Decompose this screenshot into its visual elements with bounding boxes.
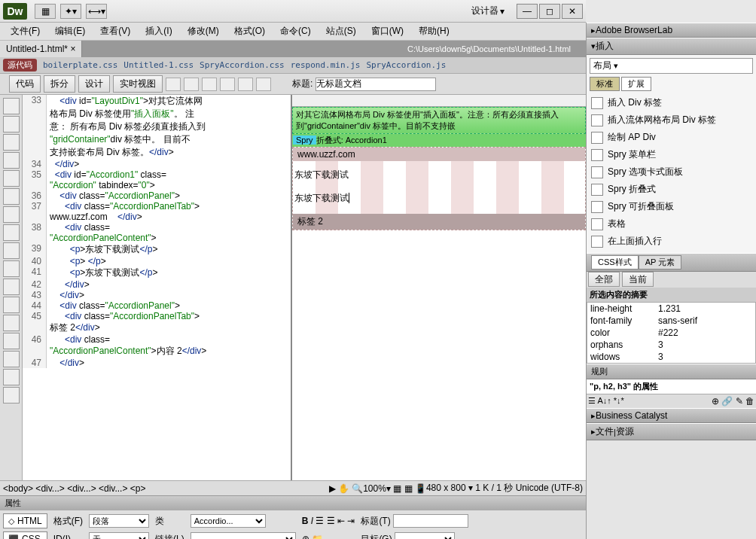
css-toolbar[interactable]: ☰ A↓↑ *↓* ⊕ 🔗 ✎ 🗑 (587, 394, 756, 408)
tab-active[interactable]: Untitled-1.html* × (0, 41, 82, 57)
css-property-row[interactable]: font-familysans-serif (587, 315, 755, 327)
insert-panel-header[interactable]: ▾ 插入 (587, 38, 756, 55)
related-file[interactable]: respond.min.js (291, 60, 361, 70)
tab-close-icon[interactable]: × (70, 44, 75, 54)
code-view-button[interactable]: 代码 (9, 75, 41, 93)
design-view[interactable]: 对其它流体网格布局 Div 标签使用"插入面板"。注意：所有必须直接插入到"gr… (292, 95, 586, 480)
expand-icon[interactable] (3, 134, 20, 151)
class-select[interactable]: Accordio... (191, 514, 266, 528)
insert-item[interactable]: 绘制 AP Div (590, 129, 753, 146)
files-panel-header[interactable]: ▸ 文件 | 资源 (587, 423, 756, 440)
move-icon[interactable] (3, 387, 20, 403)
designer-label[interactable]: 设计器 (471, 5, 498, 17)
recent-icon[interactable] (3, 369, 20, 385)
apply-icon[interactable] (3, 351, 20, 367)
format-icon[interactable] (3, 333, 20, 349)
business-catalyst-header[interactable]: ▸ Business Catalyst (587, 408, 756, 423)
design-view-button[interactable]: 设计 (78, 75, 110, 93)
browser-icon[interactable] (202, 78, 217, 91)
text-format-buttons[interactable]: B I ☰ ☰ ⇤ ⇥ (302, 516, 355, 526)
insert-category[interactable]: 布局 ▾ (590, 58, 753, 74)
sync-icon[interactable]: ⟷▾ (86, 4, 107, 19)
refresh-icon[interactable] (220, 78, 235, 91)
menu-site[interactable]: 站点(S) (322, 23, 361, 39)
menu-commands[interactable]: 命令(C) (276, 23, 316, 39)
comment-icon[interactable] (3, 315, 20, 331)
css-property-row[interactable]: orphans3 (587, 339, 755, 351)
ap-elements-tab[interactable]: AP 元素 (639, 255, 682, 270)
live-view-button[interactable]: 实时视图 (113, 75, 163, 93)
highlight-icon[interactable] (3, 206, 20, 223)
spry-badge[interactable]: Spry (293, 136, 316, 145)
html-mode-button[interactable]: ◇ HTML (3, 513, 47, 528)
zoom-level[interactable]: 100% (363, 483, 386, 494)
outdent-icon[interactable] (3, 297, 20, 313)
format-select[interactable]: 段落 (89, 514, 149, 528)
insert-item[interactable]: 表格 (590, 215, 753, 233)
options-icon[interactable] (238, 78, 253, 91)
id-select[interactable]: 无 (89, 532, 149, 539)
tag-selector[interactable]: <body> <div...> <div...> <div...> <p> (3, 483, 145, 494)
properties-header[interactable]: 属性 (0, 496, 586, 510)
select-parent-icon[interactable] (3, 152, 20, 169)
menu-view[interactable]: 查看(V) (96, 23, 135, 39)
menu-file[interactable]: 文件(F) (6, 23, 44, 39)
title-field[interactable] (393, 514, 468, 528)
insert-tab-standard[interactable]: 标准 (590, 77, 620, 91)
extend-icon[interactable]: ✦▾ (60, 4, 81, 19)
accordion-tab-1[interactable]: www.uzzf.com (293, 148, 585, 161)
line-numbers-icon[interactable] (3, 188, 20, 205)
css-property-row[interactable]: widows3 (587, 351, 755, 363)
menu-help[interactable]: 帮助(H) (414, 23, 454, 39)
accordion-content-1[interactable]: 东坡下载测试 东坡下载测试 (293, 161, 585, 214)
inspect-icon[interactable] (184, 78, 199, 91)
link-icons[interactable]: ⊕ 📁 (302, 534, 355, 539)
open-docs-icon[interactable] (3, 98, 20, 114)
menu-modify[interactable]: 修改(M) (183, 23, 224, 39)
collapse-icon[interactable] (3, 116, 20, 132)
split-view-button[interactable]: 拆分 (44, 75, 75, 93)
css-current-button[interactable]: 当前 (622, 272, 654, 287)
target-select[interactable] (395, 532, 455, 539)
css-mode-button[interactable]: ⬛ CSS (3, 531, 47, 539)
code-view[interactable]: 33 <div id="LayoutDiv1">对其它流体网格布局 Div 标签… (23, 95, 292, 480)
menu-edit[interactable]: 编辑(E) (50, 23, 90, 39)
accordion-tab-2[interactable]: 标签 2 (293, 214, 585, 230)
browserlab-panel-header[interactable]: ▸ Adobe BrowserLab (587, 23, 756, 38)
refresh-code-icon[interactable] (3, 242, 20, 259)
insert-item[interactable]: 插入 Div 标签 (590, 94, 753, 111)
insert-item[interactable]: Spry 选项卡式面板 (590, 163, 753, 181)
balance-braces-icon[interactable] (3, 170, 20, 187)
css-property-row[interactable]: color#222 (587, 327, 755, 339)
minimize-button[interactable]: — (517, 4, 538, 19)
title-input[interactable] (316, 78, 436, 91)
related-file[interactable]: Untitled-1.css (123, 60, 194, 70)
live-code-icon[interactable] (166, 78, 181, 91)
insert-item[interactable]: Spry 折叠式 (590, 181, 753, 198)
syntax-icon[interactable] (3, 224, 20, 241)
link-select[interactable] (191, 532, 296, 539)
visual-aids-icon[interactable] (256, 78, 271, 91)
css-all-button[interactable]: 全部 (588, 272, 620, 287)
related-file[interactable]: SpryAccordion.css (200, 60, 285, 70)
related-file[interactable]: boilerplate.css (43, 60, 117, 70)
insert-item[interactable]: 插入流体网格布局 Div 标签 (590, 111, 753, 129)
wrap-icon[interactable] (3, 260, 20, 277)
source-badge[interactable]: 源代码 (3, 59, 37, 72)
insert-item[interactable]: 在上面插入行 (590, 233, 753, 250)
rules-header[interactable]: 规则 (587, 364, 756, 379)
layout-div-placeholder[interactable]: 对其它流体网格布局 Div 标签使用"插入面板"。注意：所有必须直接插入到"gr… (292, 107, 586, 134)
css-styles-tab[interactable]: CSS样式 (591, 255, 639, 270)
maximize-button[interactable]: ◻ (539, 4, 560, 19)
css-property-row[interactable]: line-height1.231 (587, 303, 755, 315)
related-file[interactable]: SpryAccordion.js (366, 60, 446, 70)
layout-icon[interactable]: ▦ (35, 4, 56, 19)
menu-window[interactable]: 窗口(W) (367, 23, 408, 39)
insert-item[interactable]: Spry 可折叠面板 (590, 198, 753, 215)
insert-item[interactable]: Spry 菜单栏 (590, 146, 753, 163)
menu-format[interactable]: 格式(O) (230, 23, 270, 39)
close-button[interactable]: ✕ (562, 4, 583, 19)
insert-tab-extended[interactable]: 扩展 (621, 77, 651, 91)
menu-insert[interactable]: 插入(I) (141, 23, 176, 39)
indent-icon[interactable] (3, 279, 20, 295)
